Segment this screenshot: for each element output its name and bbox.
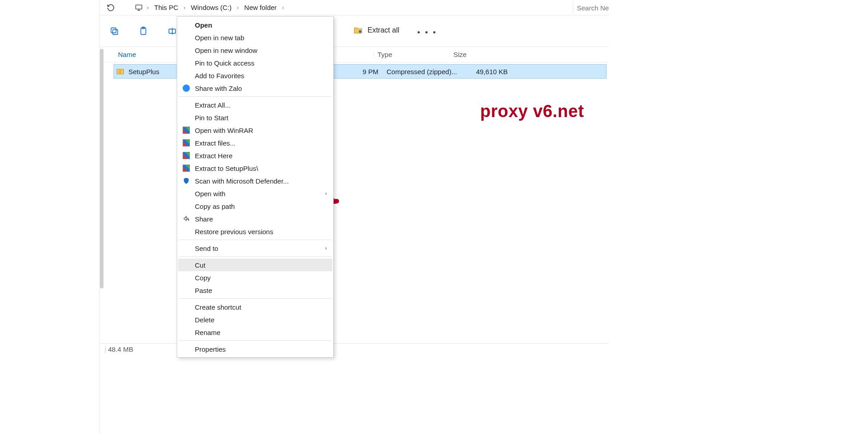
svg-rect-2 xyxy=(111,28,116,33)
extract-all-label: Extract all xyxy=(368,26,399,34)
ctx-paste[interactable]: Paste xyxy=(178,284,332,297)
separator xyxy=(179,340,331,341)
ctx-rename[interactable]: Rename xyxy=(178,326,332,339)
svg-rect-0 xyxy=(136,5,142,9)
copy-icon[interactable] xyxy=(108,25,121,38)
file-type: Compressed (zipped)... xyxy=(383,68,459,75)
paste-icon[interactable] xyxy=(137,25,150,38)
ctx-send-to-label: Send to xyxy=(195,245,218,252)
ctx-properties[interactable]: Properties xyxy=(178,343,332,355)
ctx-scan-defender[interactable]: Scan with Microsoft Defender... xyxy=(178,175,332,187)
winrar-icon xyxy=(182,164,191,173)
winrar-icon xyxy=(182,126,191,135)
ctx-send-to[interactable]: Send to› xyxy=(178,242,332,255)
ctx-shortcut[interactable]: Create shortcut xyxy=(178,301,332,313)
chevron-right-icon[interactable]: › xyxy=(233,5,242,11)
shield-icon xyxy=(182,176,191,185)
ctx-restore-versions[interactable]: Restore previous versions xyxy=(178,225,332,238)
pc-icon xyxy=(134,3,143,12)
ctx-share-label: Share xyxy=(195,215,213,223)
zip-file-icon xyxy=(116,67,125,76)
search-box[interactable] xyxy=(573,1,654,14)
col-type[interactable]: Type xyxy=(373,51,449,58)
status-separator: | xyxy=(104,345,106,353)
chevron-right-icon[interactable]: › xyxy=(278,5,288,11)
refresh-icon[interactable] xyxy=(105,2,116,13)
ctx-cut[interactable]: Cut xyxy=(178,259,332,271)
winrar-icon xyxy=(182,151,191,160)
status-size: 48.4 MB xyxy=(108,345,133,353)
ctx-copy-path[interactable]: Copy as path xyxy=(178,200,332,212)
search-input[interactable] xyxy=(577,4,654,12)
extract-all-button[interactable]: Extract all xyxy=(353,25,399,35)
file-size: 49,610 KB xyxy=(459,68,512,75)
ctx-open-winrar-label: Open with WinRAR xyxy=(195,127,253,134)
svg-point-6 xyxy=(359,30,362,33)
ctx-copy[interactable]: Copy xyxy=(178,271,332,284)
winrar-icon xyxy=(182,138,191,147)
separator xyxy=(179,96,331,97)
breadcrumb-drive[interactable]: Windows (C:) xyxy=(189,4,233,11)
ctx-open-window[interactable]: Open in new window xyxy=(178,44,332,57)
separator xyxy=(179,298,331,299)
extract-all-icon xyxy=(353,25,363,35)
ctx-extract-to-label: Extract to SetupPlus\ xyxy=(195,165,258,172)
ctx-extract-here[interactable]: Extract Here xyxy=(178,149,332,162)
breadcrumb-folder[interactable]: New folder xyxy=(242,4,278,11)
ctx-extract-all[interactable]: Extract All... xyxy=(178,99,332,111)
ctx-delete[interactable]: Delete xyxy=(178,313,332,326)
context-menu: Open Open in new tab Open in new window … xyxy=(177,16,334,358)
ctx-extract-here-label: Extract Here xyxy=(195,152,232,160)
ctx-extract-to[interactable]: Extract to SetupPlus\ xyxy=(178,162,332,175)
chevron-right-icon[interactable]: › xyxy=(180,5,189,11)
ctx-pin-start[interactable]: Pin to Start xyxy=(178,111,332,124)
ctx-share-zalo-label: Share with Zalo xyxy=(195,85,242,92)
ctx-extract-files-label: Extract files... xyxy=(195,139,236,147)
ctx-extract-files[interactable]: Extract files... xyxy=(178,137,332,149)
separator xyxy=(179,256,331,257)
svg-rect-1 xyxy=(113,29,118,34)
chevron-right-icon: › xyxy=(325,245,327,251)
explorer-window: › This PC › Windows (C:) › New folder › … xyxy=(99,0,609,434)
ctx-open-with[interactable]: Open with› xyxy=(178,187,332,200)
status-bar: | 48.4 MB xyxy=(100,343,609,355)
column-headers: Name Type Size xyxy=(100,47,609,62)
ctx-open-tab[interactable]: Open in new tab xyxy=(178,31,332,44)
more-icon[interactable]: • • • xyxy=(417,28,437,38)
address-row: › This PC › Windows (C:) › New folder › xyxy=(100,0,609,15)
ctx-open[interactable]: Open xyxy=(178,19,332,31)
sidebar-scrollbar[interactable] xyxy=(100,49,104,288)
watermark-text: proxy v6.net xyxy=(480,102,584,121)
breadcrumb-this-pc[interactable]: This PC xyxy=(152,4,180,11)
zalo-icon xyxy=(182,84,191,93)
share-icon xyxy=(182,214,191,223)
chevron-right-icon: › xyxy=(325,190,327,197)
ctx-scan-defender-label: Scan with Microsoft Defender... xyxy=(195,177,289,185)
separator xyxy=(179,240,331,240)
ctx-share[interactable]: Share xyxy=(178,212,332,225)
ctx-open-with-label: Open with xyxy=(195,190,226,198)
col-size[interactable]: Size xyxy=(449,51,500,58)
ctx-add-favorites[interactable]: Add to Favorites xyxy=(178,69,332,82)
svg-rect-8 xyxy=(119,69,121,74)
breadcrumb: › This PC › Windows (C:) › New folder › xyxy=(134,1,288,14)
ctx-pin-quick-access[interactable]: Pin to Quick access xyxy=(178,57,332,69)
ctx-share-zalo[interactable]: Share with Zalo xyxy=(178,82,332,94)
chevron-right-icon[interactable]: › xyxy=(143,5,152,11)
toolbar: Extract all • • • xyxy=(100,15,609,47)
ctx-open-winrar[interactable]: Open with WinRAR xyxy=(178,124,332,137)
